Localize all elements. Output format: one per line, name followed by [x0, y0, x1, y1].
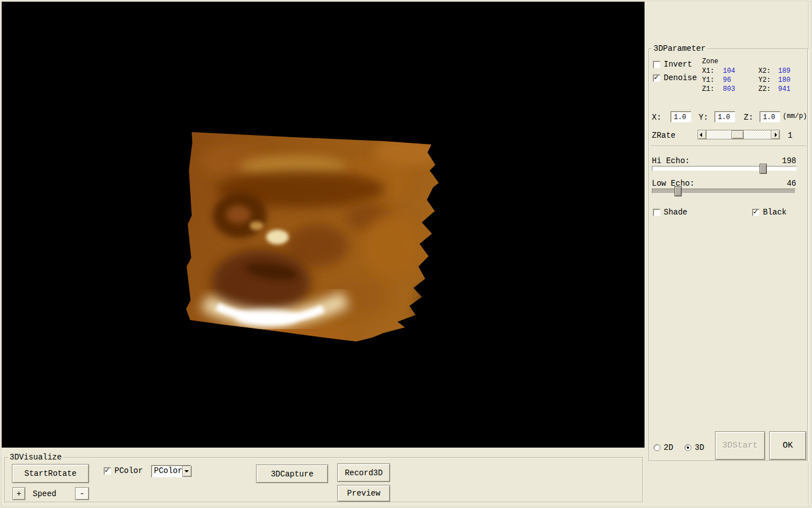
zone-y2-label: Y2: [758, 76, 771, 85]
z-scale-input[interactable] [760, 111, 780, 122]
pcolor-combobox[interactable]: PColor [151, 465, 191, 478]
zone-x2-label: X2: [758, 67, 771, 76]
zrate-scrollbar[interactable] [698, 130, 780, 139]
zone-x1-value: 104 [723, 67, 735, 76]
zone-x1-label: X1: [702, 67, 714, 76]
low-echo-label: Low Echo: [652, 179, 695, 188]
ok-button[interactable]: OK [769, 431, 806, 460]
separator-line [651, 146, 806, 147]
mode-2d-radio-row[interactable]: 2D [654, 444, 673, 452]
zrate-right-arrow[interactable] [771, 130, 780, 139]
x-scale-input[interactable] [670, 111, 691, 122]
pcolor-label: PColor [114, 466, 143, 475]
speed-minus-button[interactable]: - [75, 487, 89, 500]
right-arrow-icon [775, 133, 777, 137]
chevron-down-icon [184, 470, 189, 472]
speed-plus-button[interactable]: + [12, 487, 25, 500]
application-window: { "colors": { "background": "#ece9d8", "… [0, 0, 812, 508]
scale-unit-label: (mm/p) [783, 112, 807, 121]
shade-checkbox[interactable] [653, 209, 660, 216]
zone-y1-label: Y1: [702, 76, 714, 85]
zone-z1-value: 803 [723, 85, 735, 94]
mode-3d-label: 3D [695, 443, 704, 452]
panel-edge-line [808, 2, 809, 506]
pcolor-checkbox[interactable] [104, 467, 111, 475]
denoise-checkbox-row[interactable]: Denoise [653, 75, 697, 82]
mode-3d-radio[interactable] [685, 444, 691, 451]
x-scale-label: X: [652, 113, 661, 122]
z-scale-label: Z: [744, 113, 753, 122]
y-scale-input[interactable] [714, 111, 735, 122]
start3d-button[interactable]: 3DStart [715, 431, 765, 460]
low-echo-value: 46 [774, 179, 796, 188]
black-checkbox-row[interactable]: Black [752, 209, 787, 217]
shade-label: Shade [664, 208, 687, 217]
black-label: Black [763, 208, 787, 217]
zone-title: Zone [702, 58, 718, 66]
left-arrow-icon [700, 133, 702, 137]
parameter-group-title: 3DParameter [652, 44, 707, 53]
pcolor-combobox-value: PColor [152, 466, 182, 477]
zone-z2-value: 941 [778, 85, 791, 94]
mode-2d-radio[interactable] [654, 444, 660, 451]
low-echo-slider-thumb[interactable] [674, 186, 682, 196]
invert-label: Invert [664, 60, 692, 69]
mode-2d-label: 2D [664, 443, 673, 452]
y-scale-label: Y: [699, 113, 708, 122]
zrate-value: 1 [788, 131, 792, 140]
speed-label: Speed [33, 489, 56, 498]
zrate-label: ZRate [652, 131, 676, 140]
parameter-groupbox: 3DParameter Invert Denoise Zone X1: 104 … [648, 49, 808, 461]
invert-checkbox-row[interactable]: Invert [653, 61, 692, 69]
zone-z1-label: Z1: [702, 85, 714, 94]
visualize-groupbox: 3DVisualize StartRotate PColor PColor 3D… [5, 457, 643, 502]
zrate-track[interactable] [707, 130, 771, 139]
zrate-left-arrow[interactable] [698, 130, 707, 139]
zone-x2-value: 189 [778, 67, 791, 76]
black-checkbox[interactable] [752, 209, 760, 216]
hi-echo-label: Hi Echo: [652, 156, 690, 165]
visualize-group-title: 3DVisualize [8, 453, 63, 462]
low-echo-slider-track[interactable] [652, 189, 796, 194]
pcolor-checkbox-row[interactable]: PColor [104, 467, 143, 475]
mode-3d-radio-row[interactable]: 3D [685, 444, 704, 452]
zone-z2-label: Z2: [758, 85, 771, 94]
invert-checkbox[interactable] [653, 61, 660, 68]
pcolor-combobox-dropdown-button[interactable] [182, 466, 192, 477]
zone-y1-value: 96 [723, 76, 731, 85]
start-rotate-button[interactable]: StartRotate [12, 464, 89, 483]
capture-3d-button[interactable]: 3DCapture [256, 465, 328, 483]
zrate-thumb[interactable] [731, 130, 744, 139]
shade-checkbox-row[interactable]: Shade [653, 209, 687, 217]
zone-y2-value: 180 [778, 76, 791, 85]
denoise-label: Denoise [664, 73, 697, 82]
hi-echo-slider-track[interactable] [652, 166, 797, 171]
hi-echo-value: 198 [774, 156, 796, 165]
denoise-checkbox[interactable] [653, 75, 660, 82]
record-3d-button[interactable]: Record3D [337, 463, 390, 482]
preview-button[interactable]: Preview [337, 485, 390, 502]
ultrasound-render [182, 127, 447, 350]
hi-echo-slider-thumb[interactable] [760, 164, 767, 174]
render-viewport[interactable] [2, 2, 645, 448]
